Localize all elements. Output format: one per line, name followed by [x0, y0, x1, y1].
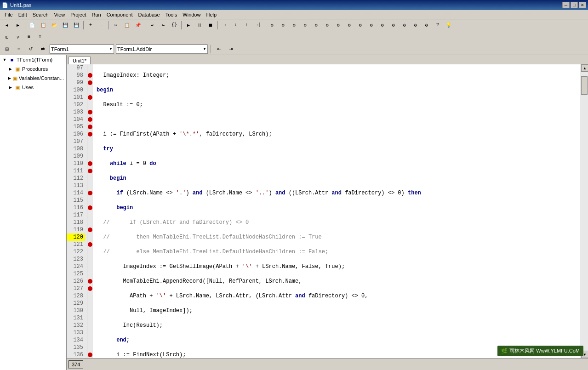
tb-btn-l[interactable]: ⚙: [388, 20, 399, 30]
ln-112: 112: [67, 175, 85, 182]
nav-back-button[interactable]: ◀: [2, 20, 12, 30]
menu-window[interactable]: Window: [180, 11, 203, 18]
line-numbers: 97 98 99 100 101 102 103 104 105 106 107…: [67, 64, 87, 358]
tree-item-variables[interactable]: ▶ ▣ Variables/Constan...: [0, 74, 66, 83]
code-line-110: ImageIndex := GetShellImage(APath + '\' …: [93, 263, 581, 270]
tb-btn-c[interactable]: ⚙: [289, 20, 299, 30]
tree-item-procedures[interactable]: ▶ ▣ Procedures: [0, 64, 66, 74]
ln-105: 105: [67, 123, 85, 131]
tb-btn-k[interactable]: ⚙: [377, 20, 388, 30]
tb-btn-e[interactable]: ⚙: [311, 20, 321, 30]
method-selector-arrow[interactable]: ▼: [203, 47, 206, 51]
toggle-button4[interactable]: T: [35, 32, 45, 42]
step-into-button[interactable]: ↓: [231, 20, 241, 30]
save-all-button[interactable]: 💾: [71, 20, 81, 30]
ln-121: 121: [67, 241, 85, 248]
paste-button[interactable]: 📌: [133, 20, 143, 30]
toggle-button2[interactable]: ⇄: [13, 32, 23, 42]
status-line-label: 374: [72, 362, 80, 367]
menu-file[interactable]: File: [2, 11, 16, 18]
pause-button[interactable]: ⏸: [194, 20, 205, 30]
close-button[interactable]: ✕: [579, 2, 586, 8]
tb-btn-n[interactable]: ⚙: [411, 20, 421, 30]
menu-tools[interactable]: Tools: [163, 11, 180, 18]
remove-unit-button[interactable]: -: [97, 20, 107, 30]
step-over-button[interactable]: →: [220, 20, 230, 30]
cut-button[interactable]: ✂: [111, 20, 121, 30]
run-to-button[interactable]: →|: [253, 20, 263, 30]
indent-button[interactable]: ⇤: [214, 44, 224, 54]
ln-133: 133: [67, 329, 85, 336]
menu-search[interactable]: Search: [30, 11, 51, 18]
code-line-97: ImageIndex: Integer;: [93, 72, 581, 79]
copy-button[interactable]: 📋: [122, 20, 132, 30]
toggle-button3[interactable]: ≡: [24, 32, 34, 42]
expand-icon-uses: ▶: [7, 85, 13, 90]
step-out-button[interactable]: ↑: [242, 20, 252, 30]
tree-item-uses[interactable]: ▶ ▣ Uses: [0, 83, 66, 92]
menu-help[interactable]: Help: [203, 11, 219, 18]
menu-edit[interactable]: Edit: [16, 11, 30, 18]
bp-109: [87, 153, 93, 160]
tb-btn-i[interactable]: ⚙: [355, 20, 365, 30]
view-design-button[interactable]: ⊞: [2, 44, 12, 54]
tb-btn-o[interactable]: ⚙: [422, 20, 432, 30]
new-form-button[interactable]: 📋: [38, 20, 48, 30]
tb-btn-a[interactable]: ⚙: [267, 20, 277, 30]
undo-button[interactable]: ↩: [147, 20, 157, 30]
ln-103: 103: [67, 108, 85, 116]
open-button[interactable]: 📂: [49, 20, 59, 30]
nav-forward-button[interactable]: ▶: [13, 20, 23, 30]
view-code-button[interactable]: ≡: [14, 44, 24, 54]
scroll-thumb[interactable]: [581, 76, 588, 95]
menu-run[interactable]: Run: [89, 11, 103, 18]
new-button[interactable]: 📄: [27, 20, 37, 30]
tb-btn-g[interactable]: ⚙: [333, 20, 343, 30]
tb-btn-m[interactable]: ⚙: [400, 20, 410, 30]
tab-unit1[interactable]: Unit1*: [69, 57, 91, 65]
scroll-track[interactable]: [581, 72, 588, 351]
menu-view[interactable]: View: [51, 11, 68, 18]
view-hist-button[interactable]: ↺: [26, 44, 36, 54]
tree-item-form[interactable]: ▼ ■ TForm1(TForm): [0, 55, 66, 64]
watermark-text: 雨林木风网 WwW.YLMFU.CoM: [509, 347, 580, 354]
run-button[interactable]: ▶: [183, 20, 194, 30]
sync-button[interactable]: {}: [169, 20, 179, 30]
scroll-up-button[interactable]: ▲: [581, 64, 588, 72]
ln-136: 136: [67, 351, 85, 358]
sep1: [25, 21, 25, 29]
window-title: Unit1.pas: [10, 2, 31, 8]
view-sync-button[interactable]: ⇄: [38, 44, 48, 54]
view-toggle-button[interactable]: ⊞: [2, 32, 12, 42]
tb-btn-j[interactable]: ⚙: [366, 20, 377, 30]
watermark-icon: 🌿: [501, 348, 508, 354]
redo-button[interactable]: ↪: [158, 20, 168, 30]
add-unit-button[interactable]: +: [86, 20, 96, 30]
tb-btn-h[interactable]: ⚙: [344, 20, 354, 30]
outdent-button[interactable]: ⇥: [226, 44, 236, 54]
tb-btn-q[interactable]: 💡: [444, 20, 454, 30]
bp-115: [87, 197, 93, 204]
vertical-scrollbar[interactable]: ▲ ▼: [581, 64, 588, 358]
code-lines-container[interactable]: ImageIndex: Integer; begin Result := 0; …: [93, 64, 581, 358]
tb-btn-b[interactable]: ⚙: [278, 20, 288, 30]
menu-project[interactable]: Project: [68, 11, 89, 18]
menu-component[interactable]: Component: [104, 11, 136, 18]
code-content[interactable]: 97 98 99 100 101 102 103 104 105 106 107…: [67, 64, 588, 358]
save-button[interactable]: 💾: [60, 20, 70, 30]
bp-133: [87, 329, 93, 336]
maximize-button[interactable]: □: [571, 2, 578, 8]
variables-icon: ▣: [12, 74, 18, 82]
tb-btn-p[interactable]: ?: [433, 20, 443, 30]
tb-btn-f[interactable]: ⚙: [322, 20, 332, 30]
bp-110: [87, 160, 93, 167]
ln-107: 107: [67, 138, 85, 145]
method-selector[interactable]: TForm1.AddDir ▼: [116, 45, 208, 54]
form-selector[interactable]: TForm1 ▼: [50, 45, 114, 54]
tb-btn-d[interactable]: ⚙: [300, 20, 310, 30]
form-selector-arrow[interactable]: ▼: [109, 47, 113, 51]
status-line-number: 374: [69, 360, 83, 369]
stop-button[interactable]: ⏹: [206, 20, 216, 30]
minimize-button[interactable]: ─: [562, 2, 570, 8]
menu-database[interactable]: Database: [136, 11, 163, 18]
